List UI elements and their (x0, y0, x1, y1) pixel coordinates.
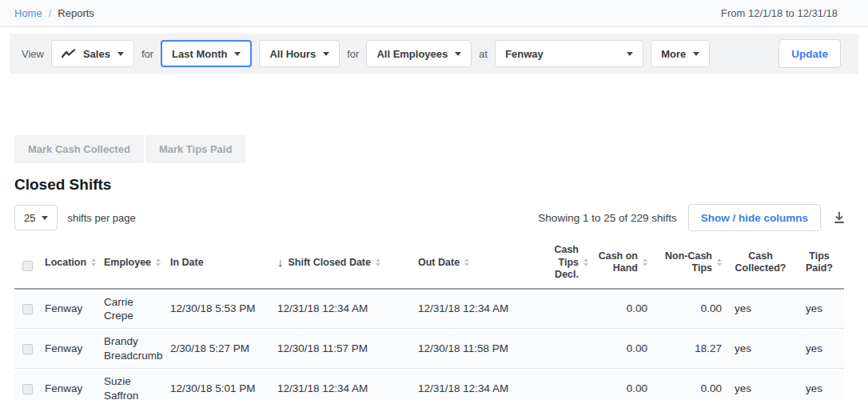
cell-out-date: 12/31/18 12:34 AM (413, 289, 533, 329)
location-value: Fenway (505, 48, 543, 60)
for-label-1: for (141, 48, 153, 60)
table-header-row: LocationEmployeeIn Date↓Shift Closed Dat… (14, 242, 844, 289)
hours-value: All Hours (269, 48, 316, 60)
cell-location: Fenway (40, 369, 99, 400)
cell-shift-closed-date: 12/31/18 12:34 AM (273, 289, 413, 329)
cell-cash-collected: yes (727, 329, 794, 369)
cell-out-date: 12/31/18 12:34 AM (413, 369, 533, 400)
date-period-dropdown[interactable]: Last Month (161, 40, 252, 67)
line-chart-icon (62, 49, 76, 58)
cell-in-date: 12/30/18 5:01 PM (165, 369, 273, 400)
cell-out-date: 12/30/18 11:58 PM (413, 329, 533, 369)
chevron-down-icon (234, 52, 241, 56)
hours-dropdown[interactable]: All Hours (259, 40, 340, 67)
cell-employee: Brandy Breadcrumb (99, 329, 165, 369)
cell-cash-tips-decl (533, 329, 593, 369)
mark-cash-collected-button[interactable]: Mark Cash Collected (14, 135, 144, 163)
column-label: Shift Closed Date (289, 257, 372, 270)
column-header-cash-on-hand[interactable]: Cash on Hand (593, 242, 652, 289)
row-checkbox[interactable] (22, 384, 33, 394)
cell-tips-paid: yes (794, 369, 844, 400)
update-button[interactable]: Update (778, 39, 841, 68)
select-all-checkbox[interactable] (22, 261, 33, 271)
filter-bar: View Sales for Last Month All Hours for … (10, 34, 858, 74)
column-header-out-date[interactable]: Out Date (413, 242, 533, 289)
page-size-value: 25 (24, 212, 35, 224)
chevron-down-icon (42, 216, 48, 220)
cell-cash-on-hand: 0.00 (593, 289, 652, 329)
chevron-down-icon (323, 52, 329, 56)
column-label: In Date (170, 257, 204, 270)
column-header-location[interactable]: Location (40, 242, 99, 289)
more-value: More (661, 48, 686, 60)
column-label: Out Date (418, 257, 460, 270)
chevron-down-icon (117, 52, 124, 56)
sort-carets-icon (583, 258, 588, 266)
cell-cash-collected: yes (727, 369, 794, 400)
chevron-down-icon (693, 52, 699, 56)
sort-carets-icon (643, 258, 647, 266)
column-header-non-cash-tips[interactable]: Non-Cash Tips (652, 242, 727, 289)
breadcrumb-current: Reports (58, 7, 94, 19)
column-header-cash-tips-decl[interactable]: Cash Tips Decl. (533, 242, 593, 289)
sort-carets-icon (156, 258, 161, 266)
cell-shift-closed-date: 12/31/18 12:34 AM (273, 369, 413, 400)
cell-location: Fenway (40, 289, 99, 329)
cell-employee: Carrie Crepe (99, 289, 165, 329)
column-label: Location (45, 257, 86, 270)
row-checkbox[interactable] (22, 344, 33, 354)
cell-in-date: 2/30/18 5:27 PM (165, 329, 273, 369)
report-type-value: Sales (83, 48, 110, 60)
download-button[interactable] (833, 211, 846, 224)
report-type-dropdown[interactable]: Sales (51, 40, 134, 67)
table-row: Fenway Brandy Breadcrumb 2/30/18 5:27 PM… (14, 329, 844, 369)
cell-tips-paid: yes (794, 329, 844, 369)
show-hide-columns-button[interactable]: Show / hide columns (688, 204, 821, 231)
column-label: Employee (104, 257, 151, 270)
showing-count-label: Showing 1 to 25 of 229 shifts (538, 212, 676, 224)
employees-value: All Employees (376, 48, 448, 60)
per-page-label: shifts per page (67, 212, 135, 224)
cell-cash-collected: yes (727, 289, 794, 329)
table-body: Fenway Carrie Crepe 12/30/18 5:53 PM 12/… (14, 289, 844, 400)
location-dropdown[interactable]: Fenway (495, 40, 643, 67)
column-header-shift-closed-date[interactable]: ↓Shift Closed Date (273, 242, 413, 289)
column-header-cash-collected: Cash Collected? (727, 242, 794, 289)
cell-shift-closed-date: 12/30/18 11:57 PM (273, 329, 413, 369)
page-title: Closed Shifts (14, 176, 868, 194)
chevron-down-icon (627, 52, 633, 56)
breadcrumb-home-link[interactable]: Home (14, 7, 42, 19)
sort-carets-icon (376, 258, 380, 266)
at-label: at (479, 48, 488, 60)
row-checkbox[interactable] (22, 304, 33, 314)
bulk-actions: Mark Cash Collected Mark Tips Paid (14, 135, 868, 163)
table-row: Fenway Suzie Saffron 12/30/18 5:01 PM 12… (14, 369, 844, 400)
cell-non-cash-tips: 0.00 (652, 369, 727, 400)
column-header-tips-paid: Tips Paid? (794, 242, 844, 289)
date-period-value: Last Month (172, 48, 227, 60)
cell-non-cash-tips: 18.27 (652, 329, 727, 369)
mark-tips-paid-button[interactable]: Mark Tips Paid (145, 135, 246, 163)
cell-employee: Suzie Saffron (99, 369, 165, 400)
page-size-dropdown[interactable]: 25 (14, 205, 58, 230)
cell-tips-paid: yes (794, 289, 844, 329)
cell-cash-on-hand: 0.00 (593, 329, 652, 369)
select-all-header (14, 242, 40, 289)
table-row: Fenway Carrie Crepe 12/30/18 5:53 PM 12/… (14, 289, 844, 329)
column-label: Cash Tips Decl. (538, 244, 579, 282)
employees-dropdown[interactable]: All Employees (366, 40, 472, 67)
column-header-employee[interactable]: Employee (99, 242, 165, 289)
column-label: Non-Cash Tips (657, 250, 712, 275)
topbar: Home / Reports From 12/1/18 to 12/31/18 (0, 0, 868, 27)
column-label: Tips Paid? (799, 250, 839, 275)
cell-cash-on-hand: 0.00 (593, 369, 652, 400)
for-label-2: for (347, 48, 359, 60)
more-dropdown[interactable]: More (651, 40, 710, 67)
sort-carets-icon (464, 258, 469, 266)
sort-carets-icon (717, 258, 722, 266)
cell-cash-tips-decl (533, 369, 593, 400)
cell-in-date: 12/30/18 5:53 PM (165, 289, 273, 329)
column-label: Cash on Hand (598, 250, 638, 275)
chevron-down-icon (455, 52, 461, 56)
breadcrumb-separator: / (49, 7, 52, 19)
